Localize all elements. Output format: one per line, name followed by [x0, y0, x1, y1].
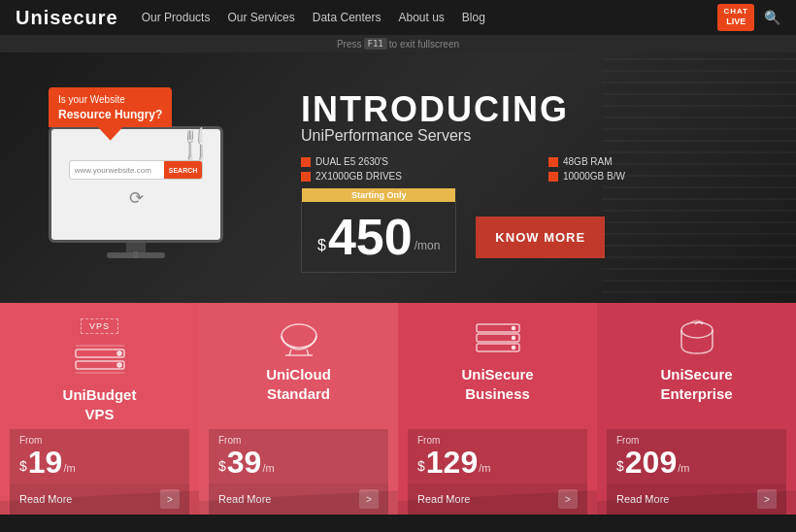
product-read-more-0[interactable]: Read More — [19, 493, 72, 505]
svg-line-7 — [289, 349, 291, 355]
feature-label-3: 10000GB B/W — [563, 171, 625, 182]
product-price-dollar-1: $ — [218, 458, 226, 474]
product-footer-2: Read More > — [408, 483, 587, 515]
monitor-loading-icon: ⟳ — [129, 187, 144, 209]
product-price-section-3: From $ 209 /m — [607, 429, 786, 483]
feature-dot-2 — [301, 172, 311, 182]
monitor-search-btn: SEARCH — [164, 161, 203, 179]
product-icon-2 — [469, 318, 527, 357]
product-price-3: $ 209 /m — [616, 447, 777, 478]
product-price-period-1: /m — [262, 462, 274, 474]
bubble-line1: Is your Website — [58, 93, 162, 107]
product-footer-1: Read More > — [209, 483, 388, 515]
product-name-1: UniCloudStandard — [266, 365, 331, 403]
svg-line-8 — [307, 349, 309, 355]
monitor-url-bar: www.yourwebsite.com SEARCH — [69, 160, 204, 180]
svg-point-13 — [512, 327, 514, 330]
intro-subtitle: UniPerformance Servers — [301, 127, 777, 145]
product-name-2: UniSecureBusiness — [461, 365, 533, 403]
nav-right: CHAT LIVE 🔍 — [717, 4, 780, 31]
monitor-url-text: www.yourwebsite.com — [70, 166, 164, 175]
nav-link-about[interactable]: About us — [398, 11, 444, 24]
intro-title: INTRODUCING — [301, 92, 777, 127]
feature-dot-3 — [548, 172, 558, 182]
product-price-period-0: /m — [63, 462, 75, 474]
bubble-line2: Resource Hungry? — [58, 107, 162, 123]
product-arrow-2[interactable]: > — [558, 489, 578, 509]
product-price-section-2: From $ 129 /m — [408, 429, 587, 483]
fullscreen-bar: Press F11 to exit fullscreen — [0, 35, 796, 52]
product-price-period-2: /m — [479, 462, 490, 474]
svg-point-14 — [512, 337, 514, 340]
feature-label-0: DUAL E5 2630'S — [315, 156, 388, 167]
product-price-amount-3: 209 — [625, 447, 677, 478]
product-arrow-0[interactable]: > — [160, 489, 180, 509]
feature-item-1: 48GB RAM — [548, 156, 777, 167]
pricing-box: Starting Only $ 450 /mon — [301, 201, 456, 273]
apple-logo-icon:  — [134, 249, 138, 260]
fullscreen-exit-text: to exit fullscreen — [389, 39, 459, 50]
product-read-more-2[interactable]: Read More — [417, 493, 470, 505]
product-price-dollar-3: $ — [616, 458, 624, 474]
product-name-0: UniBudgetVPS — [63, 385, 137, 423]
product-price-2: $ 129 /m — [417, 447, 578, 478]
product-price-amount-2: 129 — [426, 447, 478, 478]
hero-right: INTRODUCING UniPerformance Servers DUAL … — [272, 52, 796, 303]
product-icon-1 — [270, 318, 328, 357]
know-more-button[interactable]: KNOW MORE — [476, 216, 605, 258]
product-read-more-1[interactable]: Read More — [218, 493, 271, 505]
chat-live-button[interactable]: CHAT LIVE — [717, 4, 754, 31]
nav-link-datacenters[interactable]: Data Centers — [313, 11, 381, 24]
navbar: Unisecure Our Products Our Services Data… — [0, 0, 796, 35]
fullscreen-key: F11 — [364, 38, 387, 50]
feature-label-2: 2X1000GB DRIVES — [315, 171, 402, 182]
monitor-base:  — [107, 252, 165, 258]
product-price-0: $ 19 /m — [19, 447, 180, 478]
product-icon-3 — [668, 318, 726, 357]
monitor-wrap: Is your Website Resource Hungry? 🍴 www.y… — [39, 97, 233, 258]
price-main: $ 450 /mon — [302, 202, 455, 272]
product-price-section-1: From $ 39 /m — [209, 429, 388, 483]
chat-label: CHAT — [723, 7, 748, 17]
feature-item-3: 10000GB B/W — [548, 171, 777, 182]
vps-tag: VPS — [81, 318, 118, 334]
product-price-section-0: From $ 19 /m — [10, 429, 189, 483]
product-price-amount-0: 19 — [28, 447, 63, 478]
nav-link-products[interactable]: Our Products — [142, 11, 211, 24]
product-card-2: UniSecureBusiness From $ 129 /m Read Mor… — [398, 303, 597, 515]
product-footer-0: Read More > — [10, 483, 189, 515]
svg-point-3 — [117, 363, 121, 367]
product-arrow-3[interactable]: > — [757, 489, 777, 509]
product-card-3: UniSecureEnterprise From $ 209 /m Read M… — [597, 303, 796, 515]
svg-point-15 — [512, 347, 514, 349]
feature-dot-1 — [548, 157, 558, 167]
product-price-1: $ 39 /m — [218, 447, 379, 478]
product-read-more-3[interactable]: Read More — [616, 493, 669, 505]
product-card-1: UniCloudStandard From $ 39 /m Read More … — [199, 303, 398, 515]
product-price-period-3: /m — [678, 462, 689, 474]
feature-item-0: DUAL E5 2630'S — [301, 156, 529, 167]
search-button[interactable]: 🔍 — [764, 10, 780, 25]
nav-link-blog[interactable]: Blog — [462, 11, 485, 24]
svg-point-2 — [117, 351, 121, 355]
product-icon-0 — [71, 340, 129, 378]
price-period: /mon — [415, 239, 441, 252]
product-arrow-1[interactable]: > — [359, 489, 379, 509]
product-footer-3: Read More > — [607, 483, 786, 515]
site-logo[interactable]: Unisecure — [16, 7, 118, 29]
nav-links: Our Products Our Services Data Centers A… — [142, 11, 718, 24]
nav-link-services[interactable]: Our Services — [227, 11, 294, 24]
price-amount: 450 — [328, 212, 413, 262]
svg-point-16 — [681, 322, 713, 338]
price-dollar: $ — [317, 237, 326, 254]
knife-icon: 🍴 — [178, 126, 214, 160]
hero-section: Is your Website Resource Hungry? 🍴 www.y… — [0, 52, 796, 303]
feature-label-1: 48GB RAM — [563, 156, 613, 167]
product-price-dollar-0: $ — [19, 458, 27, 474]
starting-only-badge: Starting Only — [302, 188, 455, 202]
hero-left: Is your Website Resource Hungry? 🍴 www.y… — [0, 52, 272, 303]
fullscreen-press: Press — [337, 39, 362, 50]
product-name-3: UniSecureEnterprise — [660, 365, 732, 403]
product-price-amount-1: 39 — [227, 447, 262, 478]
feature-item-2: 2X1000GB DRIVES — [301, 171, 529, 182]
